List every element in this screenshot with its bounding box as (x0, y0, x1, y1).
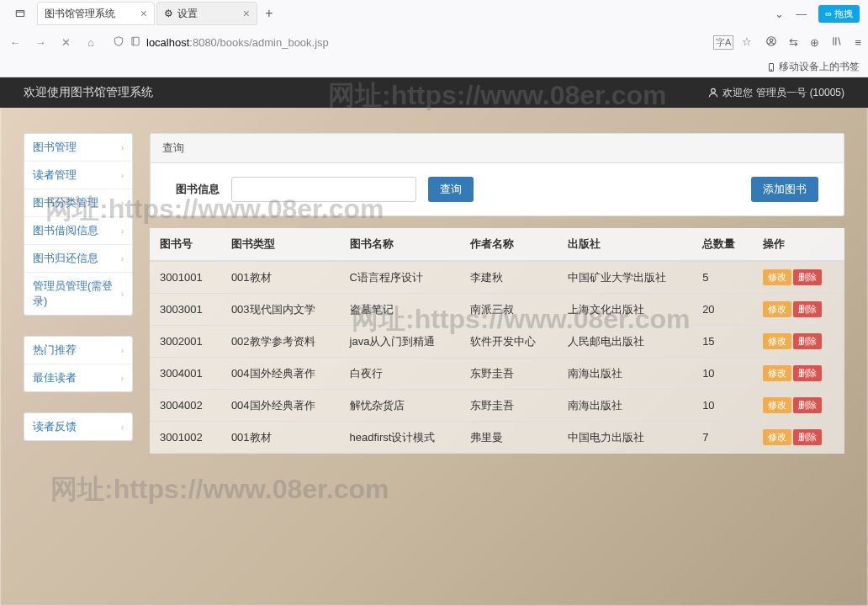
delete-button[interactable]: 删除 (793, 301, 822, 317)
lock-icon[interactable] (130, 35, 141, 50)
edit-button[interactable]: 修改 (763, 301, 791, 317)
close-icon[interactable]: × (238, 7, 250, 20)
table-cell: 004国外经典著作 (221, 358, 340, 390)
sidebar-item[interactable]: 管理员管理(需登录)› (24, 273, 132, 315)
edit-button[interactable]: 修改 (763, 397, 791, 413)
delete-button[interactable]: 删除 (793, 269, 822, 285)
close-icon[interactable]: × (135, 7, 147, 20)
table-cell: 东野圭吾 (460, 390, 558, 422)
sidebar-group-manage: 图书管理›读者管理›图书分类管理›图书借阅信息›图书归还信息›管理员管理(需登录… (24, 133, 133, 316)
mobile-bookmarks[interactable]: 移动设备上的书签 (766, 60, 860, 74)
table-cell-actions: 修改删除 (753, 358, 844, 390)
table-cell-actions: 修改删除 (753, 390, 844, 422)
sidebar-item-label: 管理员管理(需登录) (33, 279, 121, 309)
star-icon[interactable]: ☆ (742, 35, 752, 50)
sidebar-item[interactable]: 图书分类管理› (24, 189, 132, 217)
extensions-icon[interactable]: ⇆ (789, 36, 798, 49)
table-cell: 7 (692, 422, 753, 454)
add-book-button[interactable]: 添加图书 (751, 177, 818, 202)
sidebar-item[interactable]: 最佳读者› (24, 364, 132, 391)
delete-button[interactable]: 删除 (793, 333, 822, 349)
svg-rect-1 (132, 37, 139, 45)
tab-active[interactable]: 图书馆管理系统 × (37, 2, 155, 25)
back-icon[interactable]: ← (7, 36, 24, 49)
table-cell: 东野圭吾 (460, 358, 558, 390)
chevron-right-icon: › (121, 171, 124, 180)
table-cell: C语言程序设计 (340, 261, 460, 294)
table-header: 操作 (753, 228, 844, 261)
sidebar-item-label: 热门推荐 (33, 343, 77, 358)
sidebar-item[interactable]: 读者管理› (24, 162, 132, 189)
table-cell: 中国电力出版社 (558, 422, 692, 454)
delete-button[interactable]: 删除 (793, 397, 822, 413)
new-tab-button[interactable]: + (259, 6, 279, 21)
svg-point-6 (711, 88, 715, 93)
sidebar-item-label: 读者管理 (33, 167, 77, 183)
sidebar-item[interactable]: 热门推荐› (24, 337, 132, 364)
table-cell: 3002001 (150, 326, 221, 358)
drag-button[interactable]: ∞ 拖拽 (818, 5, 860, 23)
url-box[interactable]: localhost:8080/books/admin_book.jsp 字A ☆ (108, 35, 757, 50)
table-cell: 中国矿业大学出版社 (558, 261, 692, 294)
library-icon[interactable] (831, 35, 843, 50)
table-cell: 南派三叔 (460, 294, 558, 326)
sidebar-item-label: 读者反馈 (33, 419, 77, 434)
chevron-right-icon: › (121, 143, 124, 152)
home-icon[interactable]: ⌂ (82, 36, 99, 49)
sidebar-item[interactable]: 读者反馈› (24, 413, 132, 440)
table-header: 总数量 (692, 228, 753, 261)
sidebar-item[interactable]: 图书管理› (24, 134, 132, 162)
table-cell: 3003001 (150, 294, 221, 326)
table-cell: 001教材 (221, 261, 340, 294)
translate-icon[interactable]: 字A (713, 35, 733, 50)
table-cell: 20 (692, 294, 753, 326)
minimize-icon[interactable]: — (796, 8, 807, 20)
sidebar-item-label: 图书借阅信息 (33, 223, 98, 238)
infinity-icon: ∞ (825, 8, 832, 19)
bookmark-bar: 移动设备上的书签 (0, 57, 868, 77)
table-cell: 软件开发中心 (460, 326, 558, 358)
table-cell: 001教材 (221, 422, 340, 454)
chevron-right-icon: › (121, 199, 124, 208)
table-cell: 002教学参考资料 (221, 326, 340, 358)
sidebar-item[interactable]: 图书借阅信息› (24, 217, 132, 245)
account-icon[interactable] (765, 35, 777, 50)
downloads-icon[interactable]: ⊕ (810, 36, 819, 49)
table-cell: 004国外经典著作 (221, 390, 340, 422)
sidebar-item-label: 图书归还信息 (33, 251, 98, 266)
svg-rect-0 (16, 11, 24, 17)
delete-button[interactable]: 删除 (793, 429, 822, 445)
edit-button[interactable]: 修改 (763, 365, 791, 381)
table-cell: 解忧杂货店 (340, 390, 460, 422)
sidebar-item-label: 图书分类管理 (33, 195, 98, 210)
chevron-right-icon: › (121, 346, 124, 355)
main: 查询 图书信息 查询 添加图书 图书号图书类型图书名称作者名称出版社总数量操作 … (150, 133, 844, 454)
chevron-right-icon: › (121, 374, 124, 383)
forward-icon[interactable]: → (32, 36, 49, 49)
table-cell: 人民邮电出版社 (558, 326, 692, 358)
table-cell: 盗墓笔记 (340, 294, 460, 326)
edit-button[interactable]: 修改 (763, 333, 791, 349)
table-header: 图书名称 (340, 228, 460, 261)
shield-icon[interactable] (113, 35, 124, 50)
edit-button[interactable]: 修改 (763, 269, 791, 285)
recent-tabs-icon[interactable] (10, 3, 30, 24)
tab-bar: 图书馆管理系统 × ⚙ 设置 × + ⌄ — ∞ 拖拽 (0, 0, 868, 27)
menu-icon[interactable]: ≡ (855, 36, 861, 49)
chevron-right-icon: › (121, 254, 124, 263)
sidebar-group-recommend: 热门推荐›最佳读者› (24, 336, 133, 392)
sidebar-item[interactable]: 图书归还信息› (24, 245, 132, 273)
search-input[interactable] (231, 177, 416, 202)
panel-heading: 查询 (151, 134, 844, 163)
chevron-down-icon[interactable]: ⌄ (775, 8, 784, 20)
stop-icon[interactable]: ✕ (57, 36, 74, 49)
sidebar-group-feedback: 读者反馈› (24, 412, 133, 441)
tab-settings[interactable]: ⚙ 设置 × (156, 2, 257, 25)
table-cell: 3001002 (150, 422, 221, 454)
delete-button[interactable]: 删除 (793, 365, 822, 381)
gear-icon: ⚙ (164, 8, 173, 19)
book-table: 图书号图书类型图书名称作者名称出版社总数量操作 3001001001教材C语言程… (150, 228, 844, 454)
query-button[interactable]: 查询 (428, 177, 474, 202)
edit-button[interactable]: 修改 (763, 429, 791, 445)
table-row: 3003001003现代国内文学盗墓笔记南派三叔上海文化出版社20修改删除 (150, 294, 844, 326)
